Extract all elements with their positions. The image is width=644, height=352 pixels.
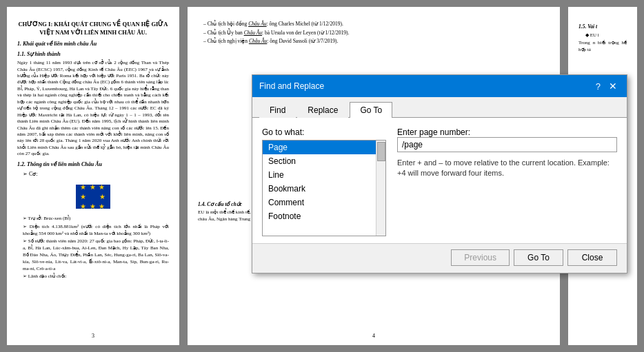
scrollbar-thumb[interactable] bbox=[377, 142, 385, 161]
goto-button[interactable]: Go To bbox=[514, 249, 563, 266]
page-number-left: 3 bbox=[92, 332, 94, 340]
bullet-so-nuoc: ➢ Số nước thành viên năm 2020: 27 quốc g… bbox=[17, 238, 169, 272]
right-bullet1: ◆ EU l bbox=[578, 32, 627, 39]
right-para1: Trong n biết trọng hề hợp tá bbox=[578, 40, 627, 54]
bullet-tru-so: ➢ Trụ sở: Brúc-xen (Bỉ) bbox=[17, 216, 169, 222]
hint-text: Enter + and – to move relative to the cu… bbox=[397, 158, 617, 179]
list-scrollbar[interactable] bbox=[376, 141, 385, 236]
dash3: – Chủ tịch nghị viện Châu Âu: ông David … bbox=[198, 38, 550, 45]
main-paragraph: Ngày 1 tháng 11 năm 1993 dựa trên cơ sở … bbox=[17, 60, 169, 158]
dialog-body: Go to what: Page Section Line Bookmark C… bbox=[252, 118, 627, 243]
dash2: – Chủ tịch Ủy ban Châu Âu: bà Ursula von… bbox=[198, 30, 550, 37]
bullet-lanh-dao: ➢ Lãnh đạo chủ chốt: bbox=[17, 273, 169, 280]
eu-stars: ★ ★ ★★ ★★ ★ ★ bbox=[80, 183, 106, 211]
subsection2-heading: 1.2. Thông tin về liên minh Châu Âu bbox=[17, 161, 169, 168]
goto-item-section[interactable]: Section bbox=[263, 154, 385, 168]
goto-what-list[interactable]: Page Section Line Bookmark Comment Footn… bbox=[262, 140, 386, 236]
dialog-title-bar: Find and Replace ? ✕ bbox=[252, 75, 627, 97]
enter-page-section: Enter page number: Enter + and – to move… bbox=[397, 127, 617, 236]
goto-what-label: Go to what: bbox=[262, 127, 386, 137]
find-replace-dialog: Find and Replace ? ✕ Find Replace Go To … bbox=[252, 74, 627, 273]
bullet-dien-tich: ➢ Diện tích 4.138.881km² (nước có diện t… bbox=[17, 224, 169, 238]
doc-heading: CHƯƠNG I: KHÁI QUÁT CHUNG VỀ QUAN HỆ GIỮ… bbox=[17, 21, 169, 37]
dialog-help-icon[interactable]: ? bbox=[596, 81, 601, 92]
goto-item-line[interactable]: Line bbox=[263, 168, 385, 182]
subsection1-heading: 1.1. Sự hình thành bbox=[17, 50, 169, 58]
eu-flag-image: ★ ★ ★★ ★★ ★ ★ bbox=[76, 185, 110, 209]
goto-item-comment[interactable]: Comment bbox=[263, 196, 385, 209]
goto-item-bookmark[interactable]: Bookmark bbox=[263, 182, 385, 196]
tab-find[interactable]: Find bbox=[259, 102, 296, 118]
dialog-title: Find and Replace bbox=[259, 81, 324, 91]
page-number-input[interactable] bbox=[397, 137, 617, 152]
goto-what-section: Go to what: Page Section Line Bookmark C… bbox=[262, 127, 386, 236]
dialog-tab-bar: Find Replace Go To bbox=[252, 97, 627, 118]
close-button[interactable]: Close bbox=[567, 249, 617, 266]
previous-button[interactable]: Previous bbox=[451, 249, 510, 266]
dash1: – Chủ tịch hội đồng Châu Âu: ông Charles… bbox=[198, 21, 550, 28]
doc-page-left: CHƯƠNG I: KHÁI QUÁT CHUNG VỀ QUAN HỆ GIỮ… bbox=[7, 7, 179, 345]
tab-replace[interactable]: Replace bbox=[297, 102, 348, 118]
enter-page-label: Enter page number: bbox=[397, 127, 470, 137]
goto-item-page[interactable]: Page bbox=[263, 141, 385, 154]
page-number-center: 4 bbox=[372, 332, 375, 340]
dialog-close-button[interactable]: ✕ bbox=[606, 79, 620, 93]
dialog-footer: Previous Go To Close bbox=[252, 243, 627, 273]
section15-heading: 1.5. Vai t bbox=[578, 23, 627, 31]
tab-goto[interactable]: Go To bbox=[350, 102, 392, 118]
bullet-co: ➢ Cơ: bbox=[17, 170, 169, 178]
goto-item-footnote[interactable]: Footnote bbox=[263, 209, 385, 223]
section1-heading: 1. Khái quát về liên minh châu Âu bbox=[17, 40, 169, 48]
